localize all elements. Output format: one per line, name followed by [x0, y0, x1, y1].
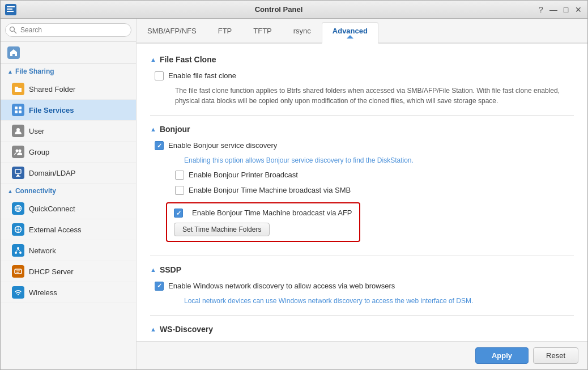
- svg-rect-5: [19, 107, 22, 109]
- bottom-bar: Apply Reset: [137, 341, 587, 369]
- user-icon: [12, 125, 24, 137]
- file-services-icon: [12, 104, 24, 116]
- svg-point-9: [16, 150, 19, 152]
- svg-point-10: [19, 150, 22, 152]
- chevron-bonjour: ▲: [150, 126, 156, 133]
- tab-ftp[interactable]: FTP: [207, 22, 243, 44]
- file-fast-clone-description: The file fast clone function applies to …: [150, 86, 574, 106]
- chevron-ws-discovery: ▲: [150, 326, 156, 333]
- enable-ssdp-checkbox[interactable]: [155, 282, 164, 291]
- sidebar-item-domain-ldap[interactable]: Domain/LDAP: [1, 163, 136, 184]
- apply-button[interactable]: Apply: [475, 347, 529, 364]
- group-icon: [12, 146, 24, 158]
- chevron-connectivity: ▲: [7, 188, 13, 194]
- svg-rect-6: [15, 110, 18, 113]
- search-input[interactable]: [5, 23, 131, 37]
- bonjour-printer-checkbox-wrapper[interactable]: [175, 171, 184, 180]
- sidebar-item-quickconnect[interactable]: QuickConnect: [1, 198, 136, 219]
- enable-file-fast-clone-checkbox[interactable]: [155, 71, 164, 80]
- svg-point-22: [15, 252, 17, 254]
- sidebar-item-wireless[interactable]: Wireless: [1, 282, 136, 303]
- svg-rect-3: [7, 11, 14, 12]
- content-area: SMB/AFP/NFS FTP TFTP rsync Advanced: [137, 19, 587, 369]
- maximize-button[interactable]: □: [561, 5, 570, 14]
- network-icon: [12, 244, 24, 257]
- set-folders-row: Set Time Machine Folders: [174, 223, 352, 236]
- bonjour-tm-afp-highlighted-box: Enable Bonjour Time Machine broadcast vi…: [166, 202, 360, 242]
- bonjour-sub-description: Enabling this option allows Bonjour serv…: [150, 155, 574, 165]
- svg-rect-1: [7, 6, 15, 7]
- active-tab-indicator: [347, 35, 353, 39]
- bonjour-tm-smb-label: Enable Bonjour Time Machine broadcast vi…: [189, 185, 351, 195]
- shared-folder-label: Shared Folder: [29, 85, 75, 93]
- app-icon: [5, 4, 16, 15]
- sidebar: ▲ File Sharing Shared Folder: [1, 19, 137, 369]
- sidebar-home[interactable]: [1, 42, 136, 64]
- bonjour-tm-smb-checkbox[interactable]: [175, 186, 184, 195]
- tab-tftp[interactable]: TFTP: [242, 22, 283, 44]
- enable-file-fast-clone-row: Enable file fast clone: [150, 71, 574, 81]
- enable-file-fast-clone-label: Enable file fast clone: [168, 71, 236, 81]
- svg-rect-4: [15, 107, 18, 109]
- bonjour-printer-label: Enable Bonjour Printer Broadcast: [189, 170, 298, 180]
- user-label: User: [29, 127, 44, 135]
- set-time-machine-folders-button[interactable]: Set Time Machine Folders: [174, 223, 270, 236]
- bonjour-tm-afp-checkbox[interactable]: [174, 209, 183, 218]
- sidebar-item-group[interactable]: Group: [1, 142, 136, 163]
- enable-ssdp-label: Enable Windows network discovery to allo…: [168, 281, 395, 291]
- enable-bonjour-row: Enable Bonjour service discovery: [150, 141, 574, 151]
- enable-ssdp-checkbox-wrapper[interactable]: [155, 282, 164, 291]
- close-button[interactable]: ✕: [574, 5, 583, 14]
- group-label: Group: [29, 148, 49, 156]
- section-file-sharing-label: File Sharing: [15, 67, 54, 75]
- search-container: [1, 19, 136, 42]
- tab-smb[interactable]: SMB/AFP/NFS: [137, 22, 207, 44]
- wireless-label: Wireless: [29, 288, 57, 297]
- reset-button[interactable]: Reset: [533, 347, 578, 364]
- svg-point-29: [18, 294, 19, 295]
- sidebar-item-network[interactable]: Network: [1, 240, 136, 261]
- enable-bonjour-label: Enable Bonjour service discovery: [168, 141, 277, 151]
- help-button[interactable]: ?: [536, 5, 546, 14]
- enable-bonjour-checkbox[interactable]: [155, 141, 164, 150]
- ssdp-header: ▲ SSDP: [150, 265, 574, 274]
- enable-bonjour-checkbox-wrapper[interactable]: [155, 141, 164, 150]
- titlebar: Control Panel ? — □ ✕: [1, 1, 587, 19]
- svg-rect-7: [19, 110, 22, 113]
- minimize-button[interactable]: —: [549, 5, 558, 14]
- enable-ssdp-row: Enable Windows network discovery to allo…: [150, 281, 574, 291]
- sidebar-item-shared-folder[interactable]: Shared Folder: [1, 79, 136, 100]
- network-label: Network: [29, 246, 56, 255]
- sidebar-item-user[interactable]: User: [1, 121, 136, 142]
- section-connectivity[interactable]: ▲ Connectivity: [1, 184, 136, 198]
- bonjour-tm-afp-checkbox-wrapper[interactable]: [174, 209, 183, 218]
- bonjour-time-machine-smb-row: Enable Bonjour Time Machine broadcast vi…: [150, 185, 574, 195]
- domain-icon: [12, 167, 24, 179]
- chevron-ssdp: ▲: [150, 266, 156, 273]
- panel-content: ▲ File Fast Clone Enable file fast clone…: [137, 44, 587, 341]
- file-fast-clone-header: ▲ File Fast Clone: [150, 55, 574, 64]
- home-icon: [7, 46, 20, 59]
- svg-rect-2: [7, 8, 12, 10]
- window-title: Control Panel: [21, 5, 536, 14]
- wireless-icon: [12, 286, 24, 299]
- sidebar-item-file-services[interactable]: File Services: [1, 100, 136, 121]
- dhcp-label: DHCP Server: [29, 267, 74, 276]
- window-controls: ? — □ ✕: [536, 5, 583, 14]
- quickconnect-label: QuickConnect: [29, 205, 75, 213]
- enable-file-fast-clone-checkbox-wrapper[interactable]: [155, 71, 164, 80]
- bonjour-tm-smb-checkbox-wrapper[interactable]: [175, 186, 184, 195]
- bonjour-printer-checkbox[interactable]: [175, 171, 184, 180]
- sidebar-item-external-access[interactable]: External Access: [1, 219, 136, 240]
- section-file-sharing[interactable]: ▲ File Sharing: [1, 64, 136, 79]
- folder-icon: [12, 83, 24, 95]
- bonjour-printer-row: Enable Bonjour Printer Broadcast: [150, 170, 574, 180]
- external-access-label: External Access: [29, 226, 82, 234]
- tab-advanced[interactable]: Advanced: [322, 22, 378, 44]
- svg-point-23: [19, 252, 22, 254]
- divider-2: [150, 256, 574, 256]
- bonjour-tm-afp-label: Enable Bonjour Time Machine broadcast vi…: [192, 208, 352, 218]
- sidebar-item-dhcp[interactable]: DHCP Server: [1, 261, 136, 282]
- tab-rsync[interactable]: rsync: [283, 22, 322, 44]
- divider-3: [150, 315, 574, 316]
